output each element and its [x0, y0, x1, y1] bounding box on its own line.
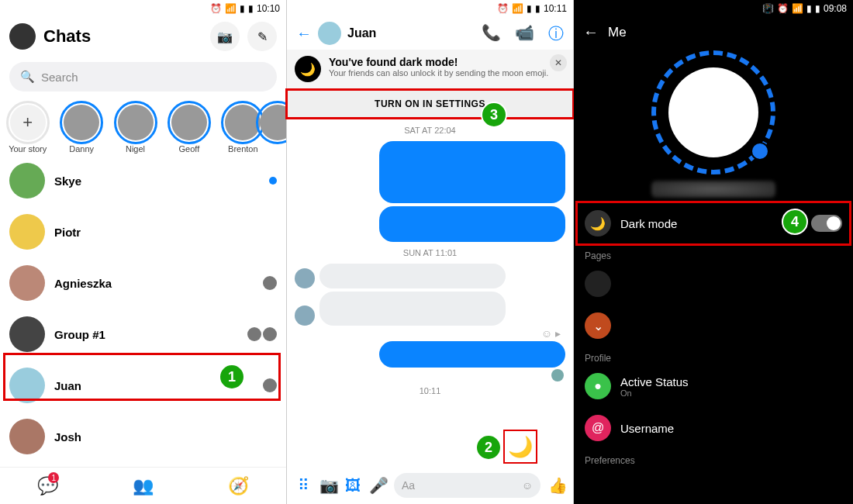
video-call-button[interactable]: 📹 — [515, 23, 534, 44]
message-received[interactable] — [295, 264, 565, 288]
page-title: Chats — [43, 26, 202, 47]
username-label: Username — [620, 422, 842, 435]
message-sent[interactable] — [295, 341, 565, 368]
message-sent[interactable] — [295, 206, 565, 242]
sender-avatar-icon — [295, 306, 315, 326]
close-icon: ✕ — [554, 57, 562, 68]
section-preferences: Preferences — [574, 449, 853, 468]
unread-dot-icon — [269, 177, 277, 185]
audio-call-button[interactable]: 📞 — [482, 23, 501, 44]
search-input[interactable]: 🔍 Search — [9, 62, 277, 91]
seen-avatar-icon — [263, 327, 277, 341]
chat-name: Skye — [54, 174, 260, 188]
dark-mode-toggle[interactable] — [811, 215, 842, 232]
dark-mode-row[interactable]: 🌙 Dark mode — [574, 202, 853, 244]
status-time: 10:10 — [257, 3, 280, 14]
banner-title: You've found dark mode! — [329, 56, 548, 68]
seen-avatar-icon — [247, 327, 261, 341]
emoji-button[interactable]: ☺ — [522, 479, 533, 492]
status-bar: ⏰ 📶 ▮ ▮ 10:10 — [0, 0, 286, 17]
message-input[interactable]: Aa ☺ — [394, 473, 540, 498]
camera-button[interactable]: 📷 — [210, 22, 240, 51]
moon-emoji-icon: 🌙 — [508, 435, 533, 459]
timestamp: 10:11 — [295, 386, 565, 395]
sender-avatar-icon — [295, 268, 315, 288]
seen-indicator-icon — [551, 369, 564, 381]
apps-button[interactable]: ⠿ — [295, 476, 312, 495]
wifi-icon: 📶 — [512, 3, 523, 14]
chat-row[interactable]: Josh — [0, 411, 286, 462]
story-label: Brenton — [228, 144, 258, 154]
info-button[interactable]: ⓘ — [548, 23, 564, 44]
your-story-button[interactable]: + Your story — [3, 101, 52, 154]
moon-icon: 🌙 — [590, 216, 606, 231]
profile-code[interactable] — [574, 47, 853, 202]
story-item[interactable]: Nigel — [111, 101, 160, 154]
search-placeholder: Search — [41, 71, 78, 84]
story-label: Geoff — [179, 144, 200, 154]
dark-mode-label: Dark mode — [620, 217, 802, 230]
chat-row[interactable]: Piotr — [0, 206, 286, 257]
chat-row[interactable]: Group #1 — [0, 309, 286, 360]
search-icon: 🔍 — [20, 70, 35, 84]
tab-people[interactable]: 👥 — [95, 468, 191, 504]
camera-button[interactable]: 📷 — [319, 476, 337, 495]
timestamp: SUN AT 11:01 — [295, 248, 565, 257]
alarm-icon: ⏰ — [497, 3, 509, 14]
compass-icon: 🧭 — [228, 476, 249, 496]
page-item[interactable]: ⌄ — [574, 305, 853, 347]
turn-on-settings-button[interactable]: TURN ON IN SETTINGS — [287, 90, 573, 118]
tab-chats[interactable]: 💬1 — [0, 468, 95, 504]
reaction-button[interactable]: ☺ ▸ — [541, 327, 561, 340]
conversation-header: ← Juan 📞 📹 ⓘ — [287, 17, 573, 50]
like-button[interactable]: 👍 — [548, 476, 565, 495]
story-label: Danny — [69, 144, 94, 154]
stories-row: + Your story Danny Nigel Geoff Brenton — [0, 98, 286, 155]
people-icon: 👥 — [133, 476, 154, 496]
compose-button[interactable]: ✎ — [247, 22, 277, 51]
story-label: Nigel — [126, 144, 145, 154]
status-time: 09:08 — [824, 3, 847, 14]
seen-avatar-icon — [263, 378, 277, 392]
story-item[interactable]: Geoff — [164, 101, 213, 154]
conversation-screen: ⏰ 📶 ▮ ▮ 10:11 ← Juan 📞 📹 ⓘ 🌙 You've foun… — [287, 0, 574, 504]
message-sent[interactable] — [295, 141, 565, 203]
chats-screen: ⏰ 📶 ▮ ▮ 10:10 Chats 📷 ✎ 🔍 Search + Your … — [0, 0, 287, 504]
chats-header: Chats 📷 ✎ — [0, 17, 286, 56]
chat-row[interactable]: Agnieszka — [0, 257, 286, 309]
chat-list: Skye Piotr Agnieszka Group #1 Juan Josh — [0, 155, 286, 462]
signal-icon: ▮ — [527, 3, 532, 14]
message-thread[interactable]: SAT AT 22:04 SUN AT 11:01 ☺ ▸ 10:11 — [287, 118, 573, 403]
story-item-partial[interactable] — [272, 101, 283, 154]
username-row[interactable]: @ Username — [574, 407, 853, 449]
status-bar: ⏰ 📶 ▮ ▮ 10:11 — [287, 0, 573, 17]
profile-avatar[interactable] — [9, 23, 36, 50]
contact-name[interactable]: Juan — [347, 26, 376, 40]
battery-icon: ▮ — [815, 3, 820, 14]
tab-discover[interactable]: 🧭 — [191, 468, 286, 504]
back-button[interactable]: ← — [583, 23, 599, 41]
dark-mode-banner: 🌙 You've found dark mode! Your friends c… — [287, 50, 573, 118]
page-item[interactable] — [574, 263, 853, 305]
story-item[interactable]: Danny — [57, 101, 105, 154]
contact-avatar[interactable] — [318, 22, 341, 45]
status-bar: 📳 ⏰ 📶 ▮ ▮ 09:08 — [574, 0, 853, 17]
settings-button-label: TURN ON IN SETTINGS — [375, 98, 485, 109]
moon-icon: 🌙 — [295, 56, 321, 82]
wifi-icon: 📶 — [225, 3, 237, 14]
chat-row[interactable]: Skye — [0, 155, 286, 206]
active-status-value: On — [620, 388, 689, 398]
mic-button[interactable]: 🎤 — [369, 476, 386, 495]
back-button[interactable]: ← — [296, 25, 312, 43]
active-status-row[interactable]: ● Active Status On — [574, 365, 853, 407]
message-received[interactable] — [295, 292, 565, 326]
chat-row-juan[interactable]: Juan — [0, 360, 286, 411]
gallery-button[interactable]: 🖼 — [344, 477, 361, 495]
chat-name: Josh — [54, 430, 277, 444]
chat-name: Group #1 — [54, 328, 238, 341]
alarm-icon: ⏰ — [210, 3, 222, 14]
close-banner-button[interactable]: ✕ — [550, 54, 567, 71]
section-pages: Pages — [574, 244, 853, 263]
message-placeholder: Aa — [402, 479, 415, 492]
your-story-label: Your story — [9, 144, 47, 154]
